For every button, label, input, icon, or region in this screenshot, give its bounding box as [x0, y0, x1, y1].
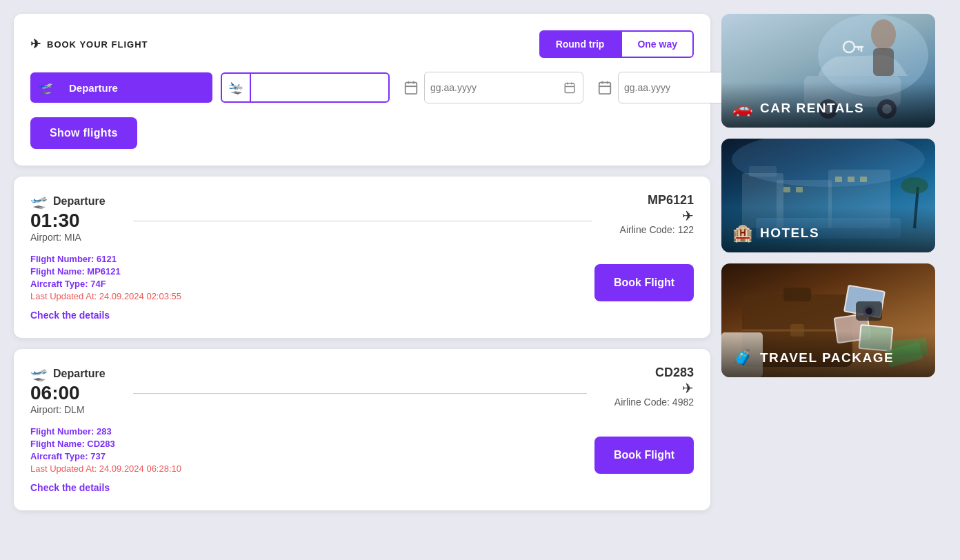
main-content: ✈ Book Your Flight Round trip One way 🛫 …: [14, 14, 710, 546]
flight-0-type-row: 🛫 Departure 01:30 Airport: MIA: [30, 193, 106, 254]
flight-0-details-row: Flight Number: 6121 Flight Name: MP6121 …: [30, 254, 694, 301]
svg-rect-8: [599, 83, 611, 94]
svg-rect-4: [565, 83, 574, 93]
travel-package-label: TRAVEL PACKAGE: [760, 350, 894, 366]
sidebar: 🚗 CAR RENTALS: [721, 14, 935, 546]
flight-0-plane-icon: ✈: [620, 208, 694, 224]
arrivals-icon: 🛬: [221, 72, 251, 103]
check-details-link-1[interactable]: Check the details: [30, 482, 110, 493]
travel-icon: 🧳: [732, 348, 753, 368]
flight-0-airport: Airport: MIA: [30, 232, 106, 243]
calendar-from-icon: [398, 72, 424, 103]
landing-icon: 🛬: [228, 80, 243, 95]
car-rentals-card[interactable]: 🚗 CAR RENTALS: [721, 14, 935, 128]
flight-1-time: 06:00: [30, 382, 106, 404]
hotels-overlay: 🏨 HOTELS: [721, 139, 935, 252]
book-title-text: Book Your Flight: [47, 39, 148, 50]
takeoff-icon: 🛫: [38, 80, 53, 95]
one-way-button[interactable]: One way: [621, 30, 694, 58]
flight-1-details-left: Flight Number: 283 Flight Name: CD283 Ai…: [30, 426, 181, 474]
flight-1-aircraft: Aircraft Type: 737: [30, 451, 181, 461]
flight-1-number: Flight Number: 283: [30, 426, 181, 437]
travel-package-card[interactable]: 🧳 TRAVEL PACKAGE: [721, 263, 935, 377]
check-details-link-0[interactable]: Check the details: [30, 310, 110, 321]
car-icon: 🚗: [732, 99, 753, 118]
search-header: ✈ Book Your Flight Round trip One way: [30, 30, 694, 58]
flight-1-code: CD283: [614, 366, 694, 380]
flight-1-line: [133, 393, 587, 394]
hotels-card[interactable]: 🏨 HOTELS: [721, 139, 935, 252]
hotel-icon: 🏨: [732, 223, 753, 243]
hotels-label-box: 🏨 HOTELS: [721, 207, 935, 252]
flight-1-right: CD283 ✈ Airline Code: 4982: [614, 366, 694, 419]
book-flight-button-1[interactable]: Book Flight: [594, 437, 694, 474]
flight-0-aircraft: Aircraft Type: 74F: [30, 279, 181, 289]
flight-1-number-value: 283: [97, 426, 112, 437]
calendar-to-icon: [592, 72, 618, 103]
flight-1-airline-code: Airline Code: 4982: [614, 397, 694, 408]
calendar-from-toggle[interactable]: [557, 72, 583, 103]
flight-0-time: 01:30: [30, 210, 106, 232]
flight-card-1: 🛫 Departure 06:00 Airport: DLM CD283 ✈ A…: [14, 349, 710, 510]
date-from-group: [398, 72, 583, 103]
flight-0-details-left: Flight Number: 6121 Flight Name: MP6121 …: [30, 254, 181, 301]
date-from-input[interactable]: [425, 73, 557, 102]
flight-1-name: Flight Name: CD283: [30, 439, 181, 449]
flight-1-details-row: Flight Number: 283 Flight Name: CD283 Ai…: [30, 426, 694, 474]
round-trip-button[interactable]: Round trip: [539, 30, 621, 58]
search-panel: ✈ Book Your Flight Round trip One way 🛫 …: [14, 14, 710, 166]
show-flights-button[interactable]: Show flights: [30, 117, 137, 149]
flight-1-departure-label: 🛫 Departure: [30, 366, 106, 382]
flight-0-number: Flight Number: 6121: [30, 254, 181, 264]
flight-1-airport: Airport: DLM: [30, 404, 106, 415]
departure-takeoff-icon-0: 🛫: [30, 193, 48, 210]
flight-0-type-text: Departure: [53, 195, 106, 208]
flight-0-aircraft-value: 74F: [90, 279, 106, 289]
travel-package-label-box: 🧳 TRAVEL PACKAGE: [721, 332, 935, 377]
flight-0-name-label: Flight Name:: [30, 266, 87, 277]
trip-type-buttons: Round trip One way: [539, 30, 694, 58]
flight-1-type-row: 🛫 Departure 06:00 Airport: DLM: [30, 366, 106, 426]
car-rentals-label-box: 🚗 CAR RENTALS: [721, 82, 935, 128]
car-rentals-overlay: 🚗 CAR RENTALS: [721, 14, 935, 128]
departure-icon: 🛫: [30, 72, 61, 103]
flight-1-updated: Last Updated At: 24.09.2024 06:28:10: [30, 463, 181, 474]
flight-1-aircraft-value: 737: [90, 451, 106, 461]
flight-0-line: [133, 221, 592, 221]
arrivals-field-group: 🛬: [221, 72, 390, 103]
departure-input[interactable]: [61, 72, 212, 103]
flight-1-name-label: Flight Name:: [30, 439, 87, 449]
flight-1-type-text: Departure: [53, 368, 106, 380]
flight-0-right: MP6121 ✈ Airline Code: 122: [620, 193, 694, 246]
flight-0-name: Flight Name: MP6121: [30, 266, 181, 277]
flight-0-aircraft-label: Aircraft Type:: [30, 279, 90, 289]
flight-0-code: MP6121: [620, 193, 694, 208]
flight-0-number-label: Flight Number:: [30, 254, 97, 264]
flight-1-aircraft-label: Aircraft Type:: [30, 451, 90, 461]
flight-0-updated: Last Updated At: 24.09.2024 02:03:55: [30, 291, 181, 301]
departure-field-group: 🛫: [30, 72, 212, 103]
flight-0-name-value: MP6121: [87, 266, 120, 277]
search-fields: 🛫 🛬: [30, 72, 694, 103]
hotels-label: HOTELS: [760, 226, 819, 241]
flight-1-plane-icon: ✈: [614, 380, 694, 397]
flight-card-0: 🛫 Departure 01:30 Airport: MIA MP6121 ✈ …: [14, 177, 710, 338]
book-flight-button-0[interactable]: Book Flight: [594, 264, 694, 301]
flight-0-airline-code: Airline Code: 122: [620, 224, 694, 235]
travel-package-overlay: 🧳 TRAVEL PACKAGE: [721, 263, 935, 377]
flight-1-name-value: CD283: [87, 439, 114, 449]
flight-0-number-value: 6121: [97, 254, 117, 264]
date-from-wrapper: [424, 72, 583, 103]
flight-0-departure-label: 🛫 Departure: [30, 193, 106, 210]
flight-1-number-label: Flight Number:: [30, 426, 97, 437]
car-rentals-label: CAR RENTALS: [760, 101, 864, 116]
arrivals-input[interactable]: [251, 72, 390, 103]
book-title: ✈ Book Your Flight: [30, 37, 148, 52]
plane-icon: ✈: [30, 37, 41, 52]
svg-rect-0: [406, 83, 417, 94]
departure-takeoff-icon-1: 🛫: [30, 366, 48, 382]
